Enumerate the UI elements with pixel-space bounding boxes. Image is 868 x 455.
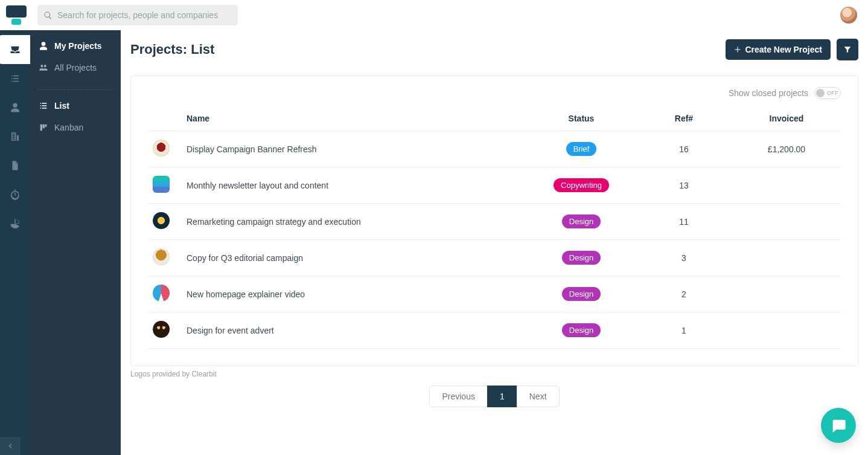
status-badge[interactable]: Design <box>562 251 601 265</box>
inbox-icon <box>10 44 21 55</box>
project-invoiced <box>732 204 841 240</box>
project-name[interactable]: Display Campaign Banner Refresh <box>182 131 527 167</box>
status-badge[interactable]: Design <box>562 323 601 337</box>
filter-icon <box>843 45 852 54</box>
person-icon <box>39 41 48 51</box>
rail-people[interactable] <box>0 93 30 122</box>
project-ref: 13 <box>636 167 732 204</box>
toggle-knob <box>816 89 825 97</box>
project-ref: 3 <box>636 240 732 276</box>
status-badge[interactable]: Design <box>562 215 601 228</box>
person-icon <box>10 102 21 113</box>
search-input[interactable] <box>57 10 232 20</box>
nav-rail <box>0 30 30 455</box>
table-row[interactable]: Design for event advertDesign1 <box>148 312 841 349</box>
logos-attribution: Logos provided by Clearbit <box>130 370 858 378</box>
table-row[interactable]: Remarketing campaign strategy and execut… <box>148 204 841 240</box>
rail-projects[interactable] <box>0 35 30 64</box>
list-icon <box>39 101 48 111</box>
col-header-invoiced[interactable]: Invoiced <box>732 108 841 131</box>
list-icon <box>10 73 21 84</box>
rail-time[interactable] <box>0 180 30 209</box>
show-closed-toggle[interactable]: OFF <box>814 87 841 99</box>
create-project-button[interactable]: Create New Project <box>726 39 831 60</box>
status-badge[interactable]: Design <box>562 287 601 301</box>
pie-chart-icon <box>10 218 21 229</box>
building-icon <box>10 131 21 142</box>
global-search[interactable] <box>37 5 238 25</box>
project-name[interactable]: Copy for Q3 editorial campaign <box>182 240 527 276</box>
company-logo <box>153 212 170 229</box>
rail-reports[interactable] <box>0 209 30 238</box>
table-row[interactable]: New homepage explainer videoDesign2 <box>148 276 841 312</box>
rail-companies[interactable] <box>0 122 30 151</box>
pagination-previous[interactable]: Previous <box>429 386 487 407</box>
people-icon <box>39 63 48 73</box>
table-row[interactable]: Display Campaign Banner RefreshBrief16£1… <box>148 131 841 167</box>
rail-tasks[interactable] <box>0 64 30 93</box>
pagination-page-1[interactable]: 1 <box>487 386 517 407</box>
topbar <box>0 0 868 30</box>
sidebar-item-label: All Projects <box>54 63 97 73</box>
sidebar-item-label: My Projects <box>54 41 102 51</box>
project-name[interactable]: Remarketing campaign strategy and execut… <box>182 204 527 240</box>
company-logo <box>153 248 170 265</box>
plus-icon <box>734 46 741 53</box>
table-row[interactable]: Monthly newsletter layout and contentCop… <box>148 167 841 204</box>
sidebar-my-projects[interactable]: My Projects <box>30 35 121 57</box>
sidebar-item-label: List <box>54 101 69 111</box>
user-avatar[interactable] <box>840 7 857 24</box>
company-logo <box>153 285 170 302</box>
search-icon <box>43 11 53 20</box>
project-ref: 16 <box>636 131 732 167</box>
kanban-icon <box>39 123 48 132</box>
status-badge[interactable]: Brief <box>566 142 597 156</box>
project-invoiced <box>732 240 841 276</box>
filter-button[interactable] <box>837 39 858 60</box>
rail-collapse-button[interactable] <box>0 437 21 455</box>
app-logo[interactable] <box>6 5 30 25</box>
company-logo <box>153 321 170 338</box>
button-label: Create New Project <box>745 45 822 54</box>
page-title: Projects: List <box>130 42 214 57</box>
project-name[interactable]: Monthly newsletter layout and content <box>182 167 527 204</box>
project-name[interactable]: New homepage explainer video <box>182 276 527 312</box>
project-invoiced <box>732 167 841 204</box>
pagination: Previous 1 Next <box>121 386 868 407</box>
project-invoiced <box>732 312 841 349</box>
project-invoiced <box>732 276 841 312</box>
sidebar-all-projects[interactable]: All Projects <box>30 57 121 79</box>
project-invoiced: £1,200.00 <box>732 131 841 167</box>
sidebar-view-list[interactable]: List <box>30 95 121 117</box>
sidebar-divider <box>37 89 113 90</box>
show-closed-label: Show closed projects <box>729 88 808 98</box>
sidebar: My Projects All Projects List Kanban <box>30 30 121 455</box>
col-header-status[interactable]: Status <box>527 108 636 131</box>
project-ref: 11 <box>636 204 732 240</box>
page-header: Projects: List Create New Project <box>121 30 868 69</box>
main-content: Projects: List Create New Project Show c… <box>121 30 868 455</box>
company-logo <box>153 176 170 193</box>
projects-table: Name Status Ref# Invoiced Display Campai… <box>148 108 841 349</box>
projects-panel: Show closed projects OFF Name Status Ref… <box>130 76 858 366</box>
pagination-next[interactable]: Next <box>517 386 560 407</box>
project-name[interactable]: Design for event advert <box>182 312 527 349</box>
col-header-name[interactable]: Name <box>182 108 527 131</box>
sidebar-item-label: Kanban <box>54 123 83 132</box>
chat-launcher[interactable] <box>821 408 856 443</box>
col-header-ref[interactable]: Ref# <box>636 108 732 131</box>
chat-icon <box>830 417 847 434</box>
project-ref: 1 <box>636 312 732 349</box>
toggle-state-label: OFF <box>827 90 839 96</box>
stopwatch-icon <box>10 189 21 200</box>
chevron-left-icon <box>7 442 14 450</box>
sidebar-view-kanban[interactable]: Kanban <box>30 117 121 138</box>
table-row[interactable]: Copy for Q3 editorial campaignDesign3 <box>148 240 841 276</box>
file-icon <box>10 160 21 171</box>
company-logo <box>153 140 170 157</box>
rail-documents[interactable] <box>0 151 30 180</box>
project-ref: 2 <box>636 276 732 312</box>
status-badge[interactable]: Copywriting <box>554 178 609 192</box>
